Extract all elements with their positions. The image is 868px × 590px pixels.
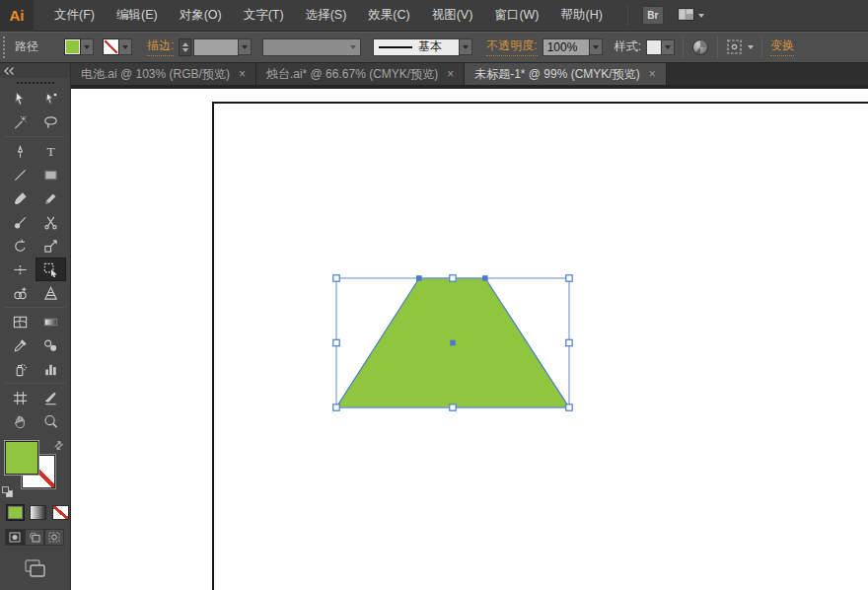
handle-top-right[interactable]	[566, 275, 572, 281]
handle-bottom-center[interactable]	[450, 405, 456, 410]
handle-top-center[interactable]	[450, 275, 456, 281]
direct-selection-tool[interactable]	[36, 87, 66, 111]
slice-tool[interactable]	[36, 386, 66, 409]
rotate-tool[interactable]	[5, 234, 36, 258]
swap-fill-stroke-icon[interactable]: ⇄	[51, 438, 65, 452]
menu-type[interactable]: 文字(T)	[233, 0, 295, 32]
opacity-field[interactable]: 100%	[542, 38, 590, 56]
screen-mode-button[interactable]	[24, 558, 47, 582]
collapse-panel-icon[interactable]	[3, 62, 15, 80]
brush-stroke-preview	[379, 46, 412, 48]
stroke-color-dropdown[interactable]	[119, 38, 132, 55]
rectangle-tool[interactable]	[36, 163, 66, 186]
draw-inside-button[interactable]	[44, 529, 64, 546]
width-profile-dropdown[interactable]	[262, 38, 361, 56]
transform-panel-link[interactable]: 变换	[770, 37, 794, 56]
tab-untitled-document[interactable]: 未标题-1* @ 99% (CMYK/预览) ×	[465, 63, 667, 85]
stroke-width-dropdown[interactable]	[239, 38, 252, 55]
blend-tool[interactable]	[36, 333, 66, 357]
selection-tool[interactable]	[5, 87, 36, 111]
perspective-grid-tool[interactable]	[36, 281, 66, 305]
free-transform-tool[interactable]	[36, 258, 66, 281]
menu-edit[interactable]: 编辑(E)	[106, 0, 169, 32]
paintbrush-tool[interactable]	[5, 186, 36, 210]
menu-view[interactable]: 视图(V)	[421, 0, 484, 32]
symbol-sprayer-tool[interactable]	[5, 357, 36, 381]
blob-brush-tool[interactable]	[5, 210, 36, 234]
handle-top-left[interactable]	[333, 275, 339, 281]
chevron-down-icon	[748, 45, 754, 49]
line-segment-tool[interactable]	[5, 163, 36, 186]
document-tab-bar: 电池.ai @ 103% (RGB/预览) × 烛台.ai* @ 66.67% …	[71, 63, 868, 89]
lasso-tool[interactable]	[36, 111, 66, 134]
color-button[interactable]	[7, 505, 24, 520]
default-fill-stroke-icon[interactable]	[2, 486, 13, 497]
width-tool[interactable]	[5, 258, 36, 281]
scissors-tool[interactable]	[36, 210, 66, 234]
menubar-separator	[627, 6, 628, 26]
handle-bottom-left[interactable]	[333, 405, 339, 410]
handle-bottom-right[interactable]	[566, 405, 572, 410]
menu-window[interactable]: 窗口(W)	[483, 0, 549, 32]
menu-help[interactable]: 帮助(H)	[550, 0, 614, 32]
stroke-width-stepper[interactable]	[179, 38, 191, 56]
draw-normal-button[interactable]	[5, 529, 25, 546]
chevron-down-icon	[698, 14, 704, 18]
draw-behind-button[interactable]	[25, 529, 44, 546]
chevron-down-icon	[463, 45, 469, 49]
handle-middle-right[interactable]	[566, 339, 572, 345]
recolor-artwork-button[interactable]	[691, 38, 709, 56]
panel-grip-icon[interactable]	[17, 82, 54, 84]
shape-builder-tool[interactable]	[5, 281, 36, 305]
tools-separator	[5, 307, 65, 308]
svg-text:T: T	[46, 144, 54, 159]
menu-file[interactable]: 文件(F)	[43, 0, 106, 32]
brush-name: 基本	[418, 38, 442, 55]
brush-definition-box[interactable]: 基本	[373, 38, 460, 56]
artboard-tool[interactable]	[5, 386, 36, 409]
scale-tool[interactable]	[36, 234, 66, 258]
shape-center-point[interactable]	[450, 340, 456, 346]
opacity-panel-link[interactable]: 不透明度:	[486, 37, 537, 56]
stroke-width-field[interactable]	[193, 38, 239, 56]
close-icon[interactable]: ×	[447, 68, 454, 80]
tab-title: 电池.ai @ 103% (RGB/预览)	[81, 66, 230, 83]
zoom-tool[interactable]	[36, 409, 66, 433]
eyedropper-tool[interactable]	[5, 333, 36, 357]
anchor-top-right-vertex[interactable]	[482, 275, 488, 281]
anchor-top-left-vertex[interactable]	[416, 275, 422, 281]
gradient-button[interactable]	[30, 505, 46, 520]
paint-type-buttons	[0, 505, 70, 520]
close-icon[interactable]: ×	[239, 68, 246, 80]
graphic-style-dropdown[interactable]	[662, 39, 675, 55]
stroke-color-swatch[interactable]	[103, 38, 119, 55]
workspace-switcher-button[interactable]	[678, 8, 704, 24]
close-icon[interactable]: ×	[649, 68, 656, 80]
magic-wand-tool[interactable]	[5, 111, 36, 134]
graphic-style-swatch[interactable]	[646, 39, 662, 55]
column-graph-tool[interactable]	[36, 357, 66, 381]
bridge-button[interactable]: Br	[642, 6, 664, 25]
pencil-tool[interactable]	[36, 186, 66, 210]
type-tool[interactable]: T	[36, 139, 66, 163]
menu-effect[interactable]: 效果(C)	[357, 0, 420, 32]
tab-battery-document[interactable]: 电池.ai @ 103% (RGB/预览) ×	[71, 63, 256, 85]
menu-object[interactable]: 对象(O)	[169, 0, 233, 32]
none-button[interactable]	[52, 505, 69, 520]
handle-middle-left[interactable]	[333, 339, 339, 345]
menu-select[interactable]: 选择(S)	[295, 0, 358, 32]
fill-color-box[interactable]	[5, 441, 38, 475]
fill-color-swatch[interactable]	[64, 38, 81, 55]
hand-tool[interactable]	[5, 409, 36, 433]
pen-tool[interactable]	[5, 139, 36, 163]
tab-candlestick-document[interactable]: 烛台.ai* @ 66.67% (CMYK/预览) ×	[256, 63, 465, 85]
fill-color-dropdown[interactable]	[81, 38, 94, 55]
canvas[interactable]	[71, 89, 868, 590]
brush-definition-dropdown[interactable]	[460, 38, 472, 55]
mesh-tool[interactable]	[5, 310, 36, 333]
opacity-dropdown[interactable]	[590, 38, 603, 55]
isolate-selection-button[interactable]	[726, 38, 754, 55]
panel-grip-icon[interactable]	[3, 37, 5, 58]
stroke-panel-link[interactable]: 描边:	[147, 37, 174, 56]
gradient-tool[interactable]	[36, 310, 66, 333]
